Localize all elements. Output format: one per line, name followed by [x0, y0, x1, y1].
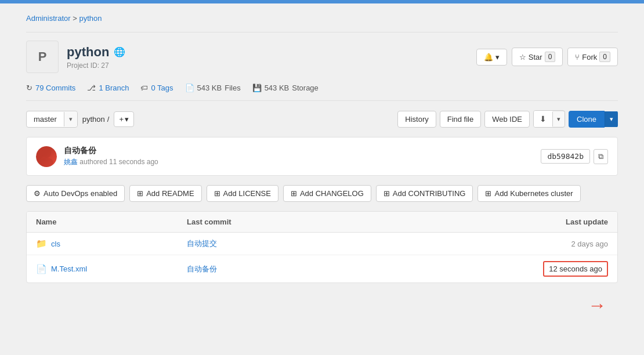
auto-devops-button[interactable]: ⚙ Auto DevOps enabled [26, 185, 125, 202]
add-license-label: Add LICENSE [223, 189, 271, 198]
project-name: python [67, 45, 109, 60]
branches-icon: ⎇ [87, 84, 96, 92]
project-actions: 🔔 ▾ ☆ Star 0 ⑂ Fork 0 [476, 48, 618, 66]
project-meta: python 🌐 Project ID: 27 [67, 45, 125, 70]
add-readme-button[interactable]: ⊞ Add README [129, 185, 201, 202]
branches-link[interactable]: 1 Branch [99, 84, 129, 92]
branch-select[interactable]: master ▾ [26, 111, 78, 128]
project-info: P python 🌐 Project ID: 27 [26, 41, 125, 73]
file-table-header: Name Last commit Last update [27, 212, 617, 233]
web-ide-button[interactable]: Web IDE [484, 111, 530, 128]
svg-point-0 [42, 148, 51, 158]
commit-info-box: 自动备份 姚鑫 authored 11 seconds ago db59842b… [26, 137, 618, 176]
breadcrumb-repo[interactable]: python [79, 14, 102, 23]
copy-icon: ⧉ [598, 152, 603, 161]
clone-dropdown-icon[interactable]: ▾ [605, 111, 618, 127]
fork-label: Fork [582, 53, 597, 61]
file-table: Name Last commit Last update 📁 cls 自动提交 … [26, 211, 618, 283]
add-changelog-icon: ⊞ [291, 189, 297, 198]
plus-icon: + [119, 115, 124, 124]
path-name: python [82, 115, 105, 124]
fork-icon: ⑂ [575, 53, 580, 61]
file-name-cls[interactable]: 📁 cls [36, 238, 187, 249]
bell-icon: 🔔 [484, 53, 493, 61]
breadcrumb-separator: > [73, 14, 79, 23]
commits-icon: ↻ [26, 84, 32, 92]
copy-hash-button[interactable]: ⧉ [594, 149, 608, 164]
breadcrumb-admin[interactable]: Administrator [26, 14, 71, 23]
commits-link[interactable]: 79 Commits [35, 84, 75, 92]
commit-hash: db59842b [541, 149, 590, 164]
table-row: 📁 cls 自动提交 2 days ago [27, 233, 617, 255]
commit-details: 自动备份 姚鑫 authored 11 seconds ago [64, 146, 534, 167]
header-divider [26, 32, 618, 32]
last-update-mtest-highlighted: 12 seconds ago [543, 261, 608, 277]
tags-link[interactable]: 0 Tags [151, 84, 173, 92]
auto-devops-label: Auto DevOps enabled [44, 189, 117, 198]
add-changelog-label: Add CHANGELOG [300, 189, 364, 198]
stat-tags: 🏷 0 Tags [140, 84, 173, 92]
project-id: Project ID: 27 [67, 61, 125, 70]
commit-author-link[interactable]: 姚鑫 [64, 158, 78, 166]
tags-icon: 🏷 [140, 84, 148, 92]
stats-row: ↻ 79 Commits ⎇ 1 Branch 🏷 0 Tags 📄 543 K… [26, 84, 618, 101]
authored-text: authored [79, 158, 109, 166]
clone-main-button[interactable]: Clone [569, 111, 605, 128]
notifications-button[interactable]: 🔔 ▾ [476, 49, 507, 66]
branch-dropdown-icon[interactable]: ▾ [64, 112, 77, 126]
arrow-indicator: → [26, 295, 618, 316]
star-button[interactable]: ☆ Star 0 [512, 48, 563, 66]
star-icon: ☆ [519, 53, 526, 61]
add-kubernetes-label: Add Kubernetes cluster [494, 189, 573, 198]
commit-msg-cls[interactable]: 自动提交 [187, 238, 515, 249]
svg-point-1 [39, 158, 53, 167]
files-icon: 📄 [185, 84, 194, 92]
star-label: Star [529, 53, 542, 61]
storage-icon: 💾 [252, 84, 262, 92]
star-count: 0 [545, 52, 556, 62]
add-button[interactable]: + ▾ [114, 111, 134, 127]
table-row: 📄 M.Test.xml 自动备份 12 seconds ago [27, 255, 617, 282]
history-button[interactable]: History [397, 111, 436, 128]
col-update-header: Last update [515, 218, 608, 226]
download-dropdown[interactable]: ▾ [552, 112, 565, 126]
add-kubernetes-button[interactable]: ⊞ Add Kubernetes cluster [477, 185, 580, 202]
stat-branches: ⎇ 1 Branch [87, 84, 129, 92]
project-title-row: python 🌐 [67, 45, 125, 60]
col-commit-header: Last commit [187, 218, 515, 226]
fork-count: 0 [599, 52, 610, 62]
path-navigation: python / [82, 115, 110, 124]
add-contributing-button[interactable]: ⊞ Add CONTRIBUTING [376, 185, 473, 202]
toolbar-right: History Find file Web IDE ⬇ ▾ Clone ▾ [397, 110, 618, 128]
storage-size: 543 KB [265, 84, 290, 92]
files-label: Files [225, 84, 240, 92]
add-contributing-label: Add CONTRIBUTING [393, 189, 466, 198]
add-contributing-icon: ⊞ [383, 189, 390, 198]
file-name-text: cls [51, 240, 60, 248]
add-kubernetes-icon: ⊞ [485, 189, 491, 198]
fork-button[interactable]: ⑂ Fork 0 [567, 48, 618, 66]
add-readme-label: Add README [146, 189, 194, 198]
last-update-mtest-wrapper: 12 seconds ago [515, 261, 608, 277]
commit-msg-mtest[interactable]: 自动备份 [187, 264, 515, 274]
file-name-mtest[interactable]: 📄 M.Test.xml [36, 264, 187, 274]
project-header: P python 🌐 Project ID: 27 🔔 ▾ ☆ Star 0 [26, 41, 618, 73]
find-file-button[interactable]: Find file [440, 111, 482, 128]
stat-files: 📄 543 KB Files [185, 84, 241, 92]
add-dropdown-icon: ▾ [125, 115, 129, 124]
download-main[interactable]: ⬇ [534, 111, 552, 127]
gear-icon: ⚙ [34, 189, 41, 198]
storage-label: Storage [292, 84, 319, 92]
download-button-group[interactable]: ⬇ ▾ [533, 110, 565, 128]
add-license-button[interactable]: ⊞ Add LICENSE [207, 185, 278, 202]
add-changelog-button[interactable]: ⊞ Add CHANGELOG [283, 185, 371, 202]
files-size: 543 KB [197, 84, 222, 92]
clone-button-group[interactable]: Clone ▾ [569, 111, 618, 128]
bell-dropdown-icon: ▾ [495, 53, 500, 61]
toolbar: master ▾ python / + ▾ History Find file … [26, 110, 618, 128]
path-separator: / [107, 115, 110, 124]
globe-icon: 🌐 [114, 46, 125, 57]
branch-name: master [27, 111, 64, 127]
stat-commits: ↻ 79 Commits [26, 84, 75, 92]
folder-icon: 📁 [36, 238, 47, 249]
